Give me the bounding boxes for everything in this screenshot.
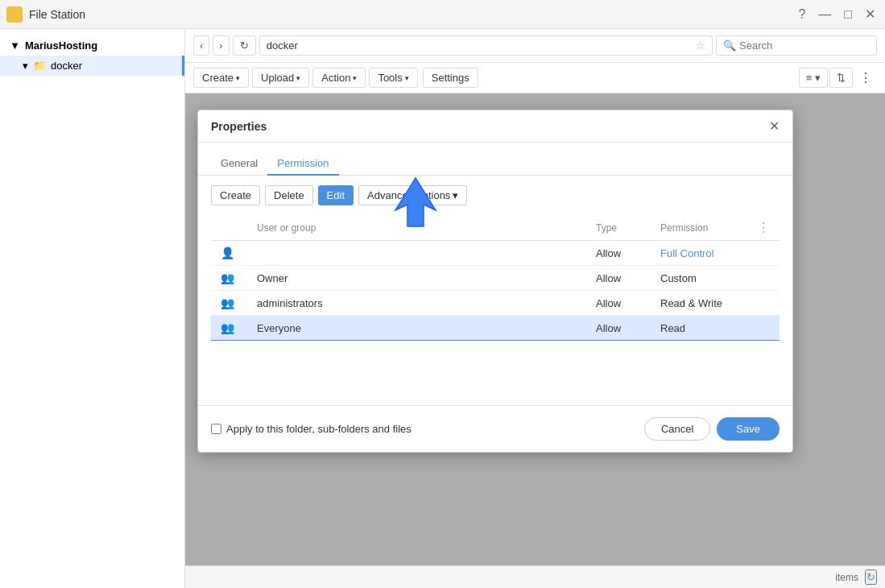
row-more-cell — [747, 291, 780, 316]
help-button[interactable]: ? — [795, 5, 808, 23]
table-row[interactable]: 👥 Owner Allow Custom — [211, 266, 780, 291]
path-bar[interactable]: docker ☆ — [259, 35, 713, 56]
dialog-tabs: General Permission — [198, 143, 792, 176]
edit-perm-button[interactable]: Edit — [318, 185, 354, 205]
permission-toolbar: Create Delete Edit — [198, 176, 792, 215]
col-header-more: ⋮ — [747, 215, 780, 241]
apply-checkbox-label[interactable]: Apply to this folder, sub-folders and fi… — [211, 423, 411, 435]
file-area: Properties ✕ General Permission Create — [185, 93, 885, 565]
action-bar: Create ▾ Upload ▾ Action ▾ Tools ▾ Setti… — [185, 63, 885, 93]
row-type-cell: Allow — [586, 241, 651, 266]
settings-button[interactable]: Settings — [423, 68, 478, 88]
row-type-cell: Allow — [586, 316, 651, 341]
status-refresh-button[interactable]: ↻ — [865, 569, 877, 585]
maximize-button[interactable]: □ — [841, 5, 855, 23]
row-more-cell — [747, 241, 780, 266]
permission-table: User or group Type Permission ⋮ — [211, 215, 780, 341]
dialog-title: Properties — [211, 120, 267, 133]
host-arrow: ▼ — [10, 39, 20, 52]
search-bar[interactable]: 🔍 — [716, 35, 877, 56]
user-icon: 👤 — [221, 246, 234, 259]
sidebar: ▼ MariusHosting ▾ 📁 docker — [0, 29, 185, 588]
table-row[interactable]: 👥 administrators Allow Read & Write — [211, 291, 780, 316]
row-user-cell — [247, 241, 586, 266]
sort-button[interactable]: ⇅ — [829, 68, 853, 88]
items-count: items — [835, 572, 858, 583]
status-bar: items ↻ — [185, 565, 885, 588]
save-button[interactable]: Save — [717, 417, 780, 441]
bookmark-icon[interactable]: ☆ — [696, 39, 705, 52]
tab-permission[interactable]: Permission — [267, 152, 338, 176]
footer-buttons: Cancel Save — [644, 417, 780, 441]
arrow-annotation — [391, 174, 448, 233]
upload-caret: ▾ — [296, 74, 300, 82]
title-bar: File Station ? — □ ✕ — [0, 0, 885, 29]
app-title: File Station — [29, 8, 85, 21]
title-bar-left: File Station — [6, 6, 85, 23]
row-icon-cell: 👥 — [211, 291, 247, 316]
window-controls: ? — □ ✕ — [795, 5, 879, 23]
action-label: Action — [321, 72, 350, 84]
refresh-button[interactable]: ↻ — [233, 35, 256, 56]
row-more-cell — [747, 266, 780, 291]
properties-dialog: Properties ✕ General Permission Create — [197, 110, 793, 453]
col-header-permission: Permission — [651, 215, 747, 241]
row-perm-cell: Read — [651, 316, 747, 341]
table-header-row: User or group Type Permission ⋮ — [211, 215, 780, 241]
docker-arrow: ▾ — [23, 60, 28, 72]
svg-marker-0 — [395, 178, 436, 226]
dialog-header: Properties ✕ — [198, 110, 792, 143]
minimize-button[interactable]: — — [815, 5, 834, 23]
upload-label: Upload — [261, 72, 294, 84]
row-user-cell: Everyone — [247, 316, 586, 341]
group-icon: 👥 — [221, 321, 234, 334]
folder-icon: 📁 — [33, 60, 46, 72]
upload-button[interactable]: Upload ▾ — [252, 68, 309, 88]
content-area: ‹ › ↻ docker ☆ 🔍 Create ▾ Upload ▾ — [185, 29, 885, 588]
row-user-cell: Owner — [247, 266, 586, 291]
sidebar-host[interactable]: ▼ MariusHosting — [0, 35, 184, 56]
tools-button[interactable]: Tools ▾ — [369, 68, 417, 88]
table-more-button[interactable]: ⋮ — [757, 220, 770, 235]
action-button[interactable]: Action ▾ — [312, 68, 366, 88]
table-row-selected[interactable]: 👥 Everyone Allow Read — [211, 316, 780, 341]
row-icon-cell: 👥 — [211, 316, 247, 341]
row-icon-cell: 👤 — [211, 241, 247, 266]
dialog-close-button[interactable]: ✕ — [769, 118, 780, 134]
close-window-button[interactable]: ✕ — [862, 5, 879, 23]
delete-perm-button[interactable]: Delete — [265, 185, 313, 205]
docker-label: docker — [51, 60, 82, 72]
sidebar-item-docker[interactable]: ▾ 📁 docker — [0, 56, 184, 76]
search-input[interactable] — [739, 39, 870, 52]
cancel-button[interactable]: Cancel — [644, 417, 710, 441]
list-view-button[interactable]: ≡ ▾ — [799, 68, 828, 88]
action-caret: ▾ — [353, 74, 357, 82]
path-text: docker — [267, 39, 298, 52]
row-icon-cell: 👥 — [211, 266, 247, 291]
adv-caret: ▾ — [453, 189, 458, 201]
group-icon: 👥 — [221, 271, 234, 284]
back-button[interactable]: ‹ — [193, 35, 209, 56]
tools-label: Tools — [378, 72, 402, 84]
create-perm-button[interactable]: Create — [211, 185, 260, 205]
create-caret: ▾ — [236, 74, 240, 82]
tools-caret: ▾ — [405, 74, 409, 82]
table-row[interactable]: 👤 Allow Full Control — [211, 241, 780, 266]
app-container: ▼ MariusHosting ▾ 📁 docker ‹ › ↻ docker … — [0, 29, 885, 588]
apply-checkbox[interactable] — [211, 424, 221, 434]
permission-table-container: User or group Type Permission ⋮ — [198, 215, 792, 341]
tab-general[interactable]: General — [211, 152, 267, 176]
toolbar: ‹ › ↻ docker ☆ 🔍 — [185, 29, 885, 63]
host-label: MariusHosting — [25, 39, 97, 52]
create-button[interactable]: Create ▾ — [193, 68, 249, 88]
view-buttons: ≡ ▾ ⇅ ⋮ — [799, 68, 877, 88]
forward-button[interactable]: › — [213, 35, 229, 56]
group-icon: 👥 — [221, 296, 234, 309]
app-icon — [6, 6, 23, 23]
row-perm-cell: Custom — [651, 266, 747, 291]
row-type-cell: Allow — [586, 266, 651, 291]
create-label: Create — [202, 72, 234, 84]
row-perm-cell: Read & Write — [651, 291, 747, 316]
row-type-cell: Allow — [586, 291, 651, 316]
more-options-button[interactable]: ⋮ — [854, 68, 877, 88]
